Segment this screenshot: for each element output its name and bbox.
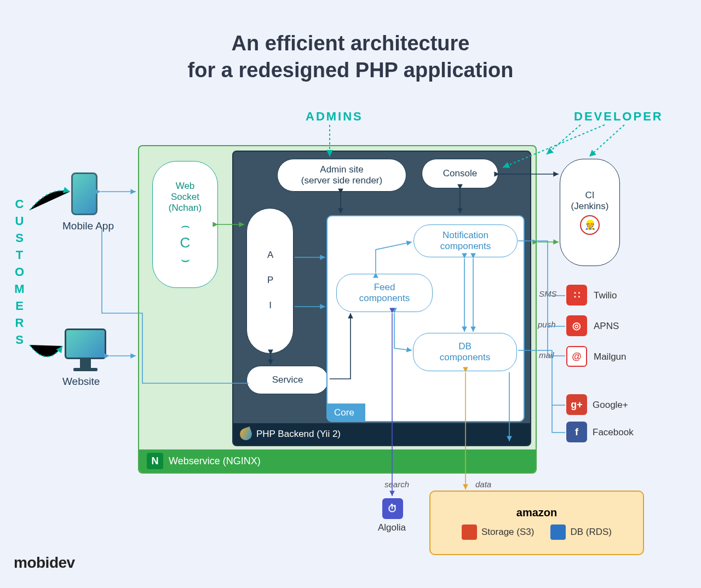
desktop-base (73, 368, 97, 371)
api-box: A P I (246, 208, 294, 354)
role-developer: DEVELOPER (574, 109, 663, 124)
yii-icon (238, 426, 254, 442)
mobile-icon (71, 172, 97, 215)
rds-icon (550, 524, 566, 540)
apns-icon: ◎ (566, 315, 587, 336)
webservice-label: Webservice (NGINX) (169, 456, 261, 467)
twilio-icon: ∷ (566, 285, 587, 305)
service-box: Service (246, 366, 329, 394)
google-plus-icon: g+ (566, 394, 587, 415)
twilio-label: Twilio (594, 290, 617, 301)
feed-components-box: Feed components (336, 274, 433, 312)
diagram-title: An efficient architecture for a redesign… (0, 30, 701, 84)
php-backend-band: PHP Backend (Yii 2) (233, 423, 530, 445)
aws-box: amazon Storage (S3) DB (RDS) (429, 491, 644, 555)
php-backend-label: PHP Backend (Yii 2) (256, 429, 341, 440)
jenkins-icon: 👷 (580, 215, 600, 235)
notification-components-box: Notification components (413, 224, 518, 257)
mailgun-icon: @ (566, 346, 587, 367)
mobidev-logo: mobidev (14, 554, 75, 572)
search-label: search (384, 480, 409, 489)
algolia-icon: ⏱ (382, 498, 403, 519)
websocket-box: Web Socket (Nchan) ⌢C⌣ (152, 161, 218, 288)
s3-icon (462, 524, 477, 540)
console-box: Console (422, 159, 498, 188)
role-customers: CUSTOMERS (12, 197, 26, 350)
amazon-brand: amazon (516, 506, 557, 519)
client-website-label: Website (62, 376, 100, 388)
core-band: Core (326, 403, 365, 422)
mailgun-label: Mailgun (594, 351, 627, 362)
push-label: push (538, 320, 556, 329)
sms-label: SMS (539, 289, 557, 298)
desktop-stand (80, 359, 91, 368)
ci-jenkins-box: CI (Jenkins) 👷 (560, 159, 620, 266)
aws-s3: Storage (S3) (462, 524, 534, 540)
data-label: data (475, 480, 491, 489)
role-admins: ADMINS (306, 109, 363, 124)
mail-label: mail (539, 350, 554, 360)
desktop-icon (65, 328, 106, 359)
admin-site-box: Admin site (server side render) (277, 159, 406, 192)
db-components-box: DB components (413, 333, 517, 371)
apns-label: APNS (594, 321, 619, 332)
aws-rds: DB (RDS) (550, 524, 612, 540)
client-mobile-label: Mobile App (62, 220, 114, 232)
nchan-icon: ⌢C⌣ (180, 217, 191, 269)
webservice-band: N Webservice (NGINX) (139, 449, 536, 472)
algolia-label: Algolia (378, 522, 406, 533)
facebook-icon: f (566, 422, 587, 442)
google-plus-label: Google+ (593, 400, 628, 411)
nginx-icon: N (147, 453, 163, 469)
facebook-label: Facebook (593, 427, 634, 438)
